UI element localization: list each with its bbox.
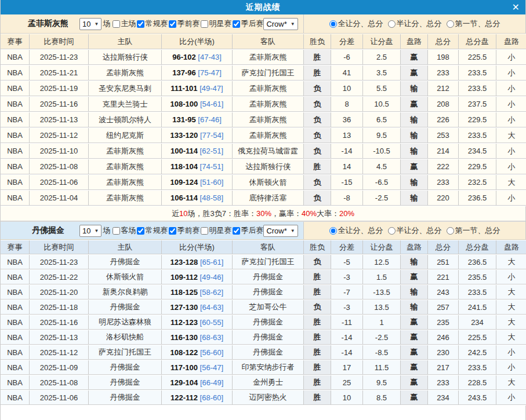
col-home: 主队 [89,34,162,49]
checkbox-regular-season-input[interactable] [137,227,144,235]
final-score: 96-102 [172,53,195,61]
radio-full-handicap-total[interactable]: 全让分、总分 [329,19,383,29]
radio-first-quarter-total[interactable]: 第一节、总分 [447,225,500,236]
checkbox-allstar-input[interactable] [201,20,208,28]
game-row: NBA2025-11-21孟菲斯灰熊137-96 [75-47]萨克拉门托国王胜… [1,65,526,81]
game-row: NBA2025-11-23达拉斯独行侠96-102 [47-43]孟菲斯灰熊胜-… [1,50,526,65]
total-line-cell: 229.5 [459,112,496,127]
diff-cell: -15 [331,175,363,190]
final-score: 112-123 [171,318,198,327]
radio-full-handicap-total-input[interactable] [329,227,337,235]
league-cell: NBA [1,390,30,405]
half-score: [49-47] [199,84,223,93]
handicap-cell: 8.5 [363,390,401,405]
final-score: 123-128 [171,258,198,266]
checkbox-allstar[interactable]: 明星赛 [199,19,231,29]
diff-cell: 8 [331,97,363,112]
bookmaker-value: Crow* [266,227,286,235]
away-team-cell: 孟菲斯灰熊 [233,50,304,65]
over-under-cell: 大 [496,128,526,143]
diff-cell: -14 [331,144,363,159]
summary-text: 30% [256,209,271,218]
checkbox-regular-season[interactable]: 常规赛 [136,19,168,29]
checkbox-playoffs[interactable]: 季后赛 [231,19,263,29]
radio-half-handicap-total-input[interactable] [388,227,396,235]
handicap-result-cell: 赢 [401,315,428,330]
bookmaker-select[interactable]: Crow*▼ [263,18,298,30]
checkbox-away-games-input[interactable] [113,227,120,235]
over-under-cell: 大 [496,175,526,190]
checkbox-preseason-input[interactable] [169,20,176,28]
final-score: 131-95 [172,115,195,124]
checkbox-preseason[interactable]: 季前赛 [168,225,199,236]
diff-cell: 25 [331,375,363,390]
checkbox-playoffs-input[interactable] [233,20,240,28]
games-count-select[interactable]: 10▼ [79,18,101,30]
diff-cell: -8 [331,191,363,206]
total-cell: 233 [428,175,459,190]
checkbox-allstar[interactable]: 明星赛 [199,225,231,236]
handicap-cell: 12.5 [363,255,401,269]
over-under-cell: 大 [496,300,526,315]
col-score: 比分(半场) [162,34,233,49]
checkbox-regular-season[interactable]: 常规赛 [136,225,168,236]
final-score: 133-120 [171,131,198,140]
radio-first-quarter-total[interactable]: 第一节、总分 [447,19,500,29]
checkbox-label: 季后赛 [241,225,263,236]
home-team-cell: 孟菲斯灰熊 [89,65,162,81]
date-cell: 2025-11-16 [30,315,89,330]
handicap-result-cell: 输 [401,81,428,96]
away-team-cell: 迈阿密热火 [233,390,304,405]
radio-full-handicap-total[interactable]: 全让分、总分 [329,225,383,236]
final-score: 108-100 [171,100,198,108]
diff-cell: -3 [331,270,363,284]
date-cell: 2025-11-13 [30,330,89,345]
result-cell: 负 [304,128,331,143]
bookmaker-select[interactable]: Crow*▼ [263,225,298,237]
close-icon[interactable]: ✕ [512,1,520,13]
league-cell: NBA [1,191,30,206]
league-cell: NBA [1,375,30,390]
date-cell: 2025-11-23 [30,50,89,65]
final-score: 109-112 [171,273,198,282]
checkbox-preseason[interactable]: 季前赛 [168,19,199,29]
date-cell: 2025-11-08 [30,375,89,390]
games-count-value: 10 [82,20,90,28]
over-under-cell: 小 [496,144,526,159]
col-league: 赛事 [1,34,30,49]
checkbox-away-games[interactable]: 客场 [111,225,136,236]
checkbox-preseason-input[interactable] [169,227,176,235]
checkbox-regular-season-input[interactable] [137,20,144,28]
checkbox-playoffs[interactable]: 季后赛 [231,225,263,236]
away-team-cell: 芝加哥公牛 [233,300,304,315]
col-total-line: 总分盘 [459,240,496,254]
result-cell: 胜 [304,330,331,345]
handicap-cell: 1 [363,315,401,330]
checkbox-playoffs-input[interactable] [233,227,240,235]
col-date: 比赛时间 [30,240,89,254]
game-row: NBA2025-11-04孟菲斯灰熊106-114 [48-58]底特律活塞负-… [1,191,526,206]
checkbox-home-games[interactable]: 主场 [111,19,136,29]
radio-first-quarter-total-input[interactable] [447,227,454,235]
result-cell: 负 [304,144,331,159]
score-cell: 137-96 [75-47] [162,65,233,81]
radio-full-handicap-total-input[interactable] [329,20,337,28]
games-count-select[interactable]: 10▼ [79,225,101,237]
diff-cell: -14 [331,330,363,345]
bookmaker-value: Crow* [266,20,286,28]
radio-first-quarter-total-input[interactable] [447,20,454,28]
checkbox-allstar-input[interactable] [201,227,208,235]
away-team-cell: 孟菲斯灰熊 [233,128,304,143]
game-row: NBA2025-11-10孟菲斯灰熊100-114 [62-51]俄克拉荷马城雷… [1,144,526,159]
radio-half-handicap-total[interactable]: 半让分、总分 [388,225,442,236]
league-cell: NBA [1,81,30,96]
league-cell: NBA [1,330,30,345]
total-line-cell: 243.5 [459,390,496,405]
summary-text: 大率： [317,209,339,219]
radio-half-handicap-total-input[interactable] [388,20,396,28]
checkbox-home-games-input[interactable] [113,20,120,28]
chevron-down-icon: ▼ [291,228,295,233]
diff-cell: 41 [331,65,363,81]
games-count-suffix: 场 [103,225,110,236]
radio-half-handicap-total[interactable]: 半让分、总分 [388,19,442,29]
